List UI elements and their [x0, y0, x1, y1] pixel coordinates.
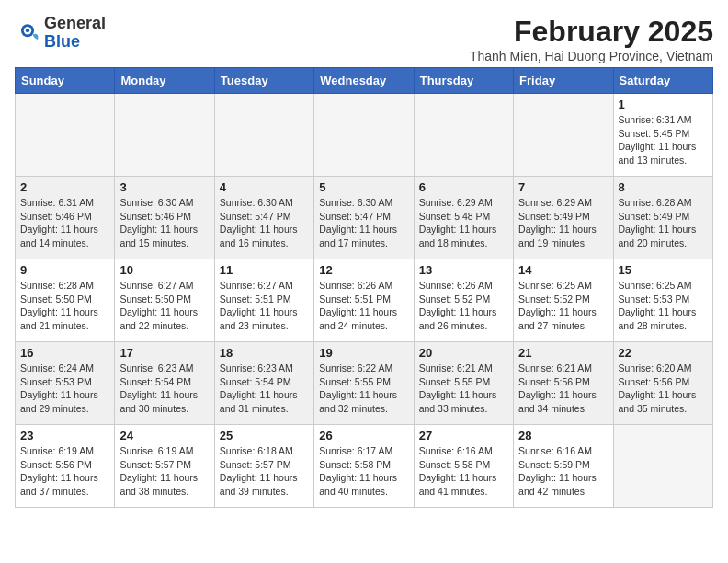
calendar-day-cell: 18Sunrise: 6:23 AM Sunset: 5:54 PM Dayli…	[214, 342, 313, 425]
day-info: Sunrise: 6:21 AM Sunset: 5:56 PM Dayligh…	[518, 362, 608, 416]
calendar-day-cell: 5Sunrise: 6:30 AM Sunset: 5:47 PM Daylig…	[314, 177, 414, 259]
calendar-day-cell: 19Sunrise: 6:22 AM Sunset: 5:55 PM Dayli…	[314, 342, 414, 425]
calendar-day-cell	[414, 94, 513, 177]
day-info: Sunrise: 6:23 AM Sunset: 5:54 PM Dayligh…	[220, 362, 309, 416]
day-info: Sunrise: 6:26 AM Sunset: 5:52 PM Dayligh…	[419, 279, 508, 333]
day-info: Sunrise: 6:28 AM Sunset: 5:50 PM Dayligh…	[20, 279, 109, 333]
day-number: 3	[119, 180, 209, 194]
day-number: 27	[419, 429, 508, 442]
calendar-day-cell: 9Sunrise: 6:28 AM Sunset: 5:50 PM Daylig…	[16, 259, 115, 342]
day-number: 25	[220, 429, 309, 442]
calendar-day-cell	[314, 94, 414, 177]
day-info: Sunrise: 6:21 AM Sunset: 5:55 PM Dayligh…	[419, 362, 508, 416]
day-number: 11	[220, 263, 309, 277]
calendar-week-row: 16Sunrise: 6:24 AM Sunset: 5:53 PM Dayli…	[16, 342, 713, 425]
day-number: 24	[119, 429, 209, 442]
logo-icon	[15, 20, 40, 46]
day-number: 16	[20, 346, 109, 360]
day-number: 5	[319, 180, 408, 194]
calendar-day-cell: 10Sunrise: 6:27 AM Sunset: 5:50 PM Dayli…	[115, 259, 214, 342]
month-year: February 2025	[470, 15, 713, 49]
weekday-header-tuesday: Tuesday	[214, 68, 313, 94]
day-info: Sunrise: 6:19 AM Sunset: 5:57 PM Dayligh…	[119, 444, 209, 499]
day-info: Sunrise: 6:30 AM Sunset: 5:46 PM Dayligh…	[119, 196, 209, 250]
calendar-week-row: 23Sunrise: 6:19 AM Sunset: 5:56 PM Dayli…	[16, 425, 713, 508]
weekday-header-saturday: Saturday	[613, 68, 712, 94]
day-number: 17	[119, 346, 209, 360]
day-info: Sunrise: 6:16 AM Sunset: 5:58 PM Dayligh…	[419, 444, 508, 499]
day-info: Sunrise: 6:27 AM Sunset: 5:51 PM Dayligh…	[220, 279, 309, 333]
location: Thanh Mien, Hai Duong Province, Vietnam	[470, 49, 713, 63]
calendar-day-cell: 4Sunrise: 6:30 AM Sunset: 5:47 PM Daylig…	[214, 177, 313, 259]
day-number: 13	[419, 263, 508, 277]
calendar-day-cell: 6Sunrise: 6:29 AM Sunset: 5:48 PM Daylig…	[414, 177, 513, 259]
calendar-day-cell: 16Sunrise: 6:24 AM Sunset: 5:53 PM Dayli…	[16, 342, 115, 425]
header: General Blue February 2025 Thanh Mien, H…	[15, 15, 713, 63]
calendar-day-cell: 3Sunrise: 6:30 AM Sunset: 5:46 PM Daylig…	[115, 177, 214, 259]
day-info: Sunrise: 6:20 AM Sunset: 5:56 PM Dayligh…	[619, 362, 708, 416]
logo-blue: Blue	[44, 33, 106, 52]
calendar-day-cell: 1Sunrise: 6:31 AM Sunset: 5:45 PM Daylig…	[613, 94, 712, 177]
day-info: Sunrise: 6:29 AM Sunset: 5:49 PM Dayligh…	[518, 196, 608, 250]
logo-general: General	[44, 15, 106, 33]
calendar-day-cell: 26Sunrise: 6:17 AM Sunset: 5:58 PM Dayli…	[314, 425, 414, 508]
weekday-header-wednesday: Wednesday	[314, 68, 414, 94]
day-info: Sunrise: 6:25 AM Sunset: 5:53 PM Dayligh…	[619, 279, 708, 333]
calendar-day-cell: 24Sunrise: 6:19 AM Sunset: 5:57 PM Dayli…	[115, 425, 214, 508]
day-info: Sunrise: 6:18 AM Sunset: 5:57 PM Dayligh…	[220, 444, 309, 499]
calendar-day-cell: 17Sunrise: 6:23 AM Sunset: 5:54 PM Dayli…	[115, 342, 214, 425]
day-number: 4	[220, 180, 309, 194]
day-number: 19	[319, 346, 408, 360]
day-number: 10	[119, 263, 209, 277]
day-number: 15	[619, 263, 708, 277]
calendar-day-cell: 7Sunrise: 6:29 AM Sunset: 5:49 PM Daylig…	[514, 177, 613, 259]
logo: General Blue	[15, 15, 106, 52]
day-number: 6	[419, 180, 508, 194]
calendar-day-cell: 23Sunrise: 6:19 AM Sunset: 5:56 PM Dayli…	[16, 425, 115, 508]
calendar-day-cell	[214, 94, 313, 177]
calendar-day-cell: 13Sunrise: 6:26 AM Sunset: 5:52 PM Dayli…	[414, 259, 513, 342]
calendar-week-row: 1Sunrise: 6:31 AM Sunset: 5:45 PM Daylig…	[16, 94, 713, 177]
calendar-week-row: 2Sunrise: 6:31 AM Sunset: 5:46 PM Daylig…	[16, 177, 713, 259]
calendar-day-cell: 27Sunrise: 6:16 AM Sunset: 5:58 PM Dayli…	[414, 425, 513, 508]
day-info: Sunrise: 6:27 AM Sunset: 5:50 PM Dayligh…	[119, 279, 209, 333]
day-info: Sunrise: 6:16 AM Sunset: 5:59 PM Dayligh…	[518, 444, 608, 499]
day-number: 8	[619, 180, 708, 194]
calendar-day-cell: 15Sunrise: 6:25 AM Sunset: 5:53 PM Dayli…	[613, 259, 712, 342]
weekday-header-monday: Monday	[115, 68, 214, 94]
day-number: 26	[319, 429, 408, 442]
day-info: Sunrise: 6:29 AM Sunset: 5:48 PM Dayligh…	[419, 196, 508, 250]
day-number: 9	[20, 263, 109, 277]
day-number: 14	[518, 263, 608, 277]
calendar-day-cell: 12Sunrise: 6:26 AM Sunset: 5:51 PM Dayli…	[314, 259, 414, 342]
calendar-day-cell: 11Sunrise: 6:27 AM Sunset: 5:51 PM Dayli…	[214, 259, 313, 342]
calendar-day-cell	[16, 94, 115, 177]
calendar-week-row: 9Sunrise: 6:28 AM Sunset: 5:50 PM Daylig…	[16, 259, 713, 342]
day-info: Sunrise: 6:25 AM Sunset: 5:52 PM Dayligh…	[518, 279, 608, 333]
day-number: 7	[518, 180, 608, 194]
calendar-day-cell	[613, 425, 712, 508]
calendar-day-cell: 2Sunrise: 6:31 AM Sunset: 5:46 PM Daylig…	[16, 177, 115, 259]
day-info: Sunrise: 6:22 AM Sunset: 5:55 PM Dayligh…	[319, 362, 408, 416]
day-number: 12	[319, 263, 408, 277]
day-number: 23	[20, 429, 109, 442]
day-info: Sunrise: 6:30 AM Sunset: 5:47 PM Dayligh…	[319, 196, 408, 250]
calendar-day-cell: 28Sunrise: 6:16 AM Sunset: 5:59 PM Dayli…	[514, 425, 613, 508]
day-info: Sunrise: 6:17 AM Sunset: 5:58 PM Dayligh…	[319, 444, 408, 499]
calendar-day-cell: 8Sunrise: 6:28 AM Sunset: 5:49 PM Daylig…	[613, 177, 712, 259]
weekday-header-row: SundayMondayTuesdayWednesdayThursdayFrid…	[16, 68, 713, 94]
day-info: Sunrise: 6:23 AM Sunset: 5:54 PM Dayligh…	[119, 362, 209, 416]
day-info: Sunrise: 6:30 AM Sunset: 5:47 PM Dayligh…	[220, 196, 309, 250]
calendar-day-cell	[514, 94, 613, 177]
weekday-header-friday: Friday	[514, 68, 613, 94]
day-number: 21	[518, 346, 608, 360]
calendar-day-cell: 25Sunrise: 6:18 AM Sunset: 5:57 PM Dayli…	[214, 425, 313, 508]
weekday-header-sunday: Sunday	[16, 68, 115, 94]
day-info: Sunrise: 6:28 AM Sunset: 5:49 PM Dayligh…	[619, 196, 708, 250]
day-number: 22	[619, 346, 708, 360]
day-number: 2	[20, 180, 109, 194]
day-number: 28	[518, 429, 608, 442]
day-number: 1	[619, 98, 708, 111]
weekday-header-thursday: Thursday	[414, 68, 513, 94]
calendar-day-cell: 14Sunrise: 6:25 AM Sunset: 5:52 PM Dayli…	[514, 259, 613, 342]
